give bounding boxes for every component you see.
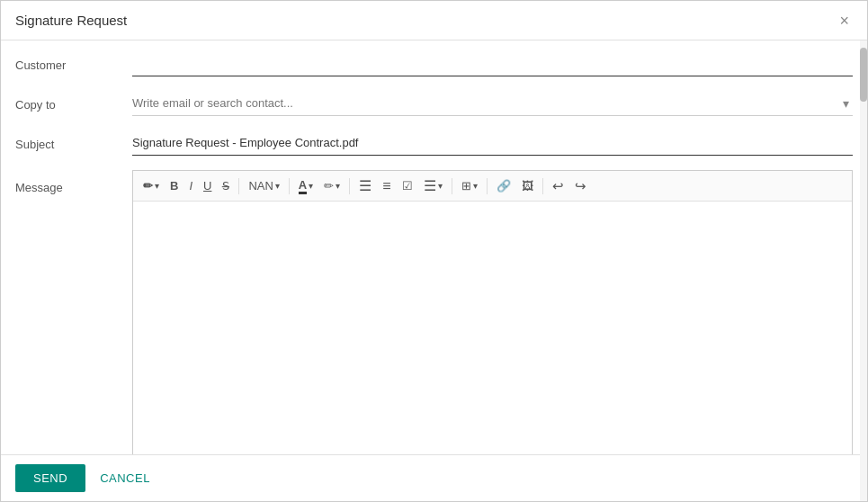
customer-input[interactable] [132,51,853,76]
pencil-button[interactable]: ✏ ▾ [139,176,164,195]
table-button[interactable]: ⊞ ▾ [457,176,482,195]
font-color-icon: A [299,178,307,194]
subject-input-wrap [132,130,853,156]
dialog-title: Signature Request [15,13,127,28]
cancel-button[interactable]: CANCEL [96,464,154,492]
copyto-row: Copy to ▾ [15,91,853,123]
toolbar-sep-4 [452,178,452,194]
message-row: Message ✏ ▾ B I [15,170,853,454]
highlight-button[interactable]: ✏ ▾ [319,176,345,195]
redo-button[interactable]: ↪ [570,175,591,197]
underline-icon: U [203,179,211,193]
image-icon: 🖼 [522,179,533,193]
send-button[interactable]: SEND [15,464,85,492]
underline-button[interactable]: U [199,176,216,195]
checklist-button[interactable]: ☑ [398,176,417,195]
redo-icon: ↪ [575,178,586,194]
dialog-header: Signature Request × [1,1,867,40]
highlight-dropdown-icon: ▾ [336,181,340,191]
subject-row: Subject [15,130,853,163]
link-button[interactable]: 🔗 [492,176,515,195]
toolbar-sep-1 [238,178,239,194]
align-icon: ☰ [424,177,436,194]
editor-toolbar: ✏ ▾ B I U S̶ [133,171,852,202]
highlight-icon: ✏ [324,179,334,193]
toolbar-sep-3 [349,178,350,194]
font-color-dropdown-icon: ▾ [309,181,313,191]
close-button[interactable]: × [836,11,853,31]
signature-request-dialog: Signature Request × Customer Copy to ▾ [0,0,868,502]
align-dropdown-icon: ▾ [438,181,443,191]
undo-icon: ↩ [552,178,564,194]
italic-button[interactable]: I [184,176,197,195]
form-area: Customer Copy to ▾ Subject [1,40,867,454]
align-button[interactable]: ☰ ▾ [419,175,447,197]
font-dropdown-icon: ▾ [275,181,280,191]
checklist-icon: ☑ [402,179,413,193]
toolbar-sep-2 [289,178,290,194]
strikethrough-button[interactable]: S̶ [218,176,234,195]
copyto-label: Copy to [15,91,132,112]
message-label: Message [15,170,132,194]
ordered-list-icon: ≡ [382,178,390,194]
subject-input[interactable] [132,130,853,156]
toolbar-sep-5 [487,178,488,194]
image-button[interactable]: 🖼 [517,176,538,195]
customer-input-wrap [132,51,853,76]
toolbar-sep-6 [542,178,543,194]
subject-label: Subject [15,130,132,151]
customer-row: Customer [15,51,853,84]
table-icon: ⊞ [461,179,471,193]
italic-icon: I [189,179,192,193]
bullet-list-icon: ☰ [359,177,371,194]
bullet-list-button[interactable]: ☰ [354,175,376,197]
strikethrough-icon: S̶ [222,179,229,193]
dialog-body: Customer Copy to ▾ Subject [1,40,867,501]
copyto-input[interactable] [132,91,853,116]
pencil-dropdown-icon: ▾ [155,181,159,191]
font-name-label: NAN [248,179,273,193]
pencil-icon: ✏ [143,179,153,193]
message-editor: ✏ ▾ B I U S̶ [132,170,853,454]
undo-button[interactable]: ↩ [548,175,568,197]
dialog-footer: SEND CANCEL [1,454,867,501]
bold-icon: B [170,179,178,193]
editor-content[interactable] [133,202,852,454]
font-name-button[interactable]: NAN ▾ [244,176,283,195]
customer-label: Customer [15,51,132,72]
copyto-input-wrap: ▾ [132,91,853,116]
table-dropdown-icon: ▾ [473,181,478,191]
bold-button[interactable]: B [166,176,183,195]
link-icon: 🔗 [497,179,511,193]
scrollbar-thumb[interactable] [860,48,867,102]
ordered-list-button[interactable]: ≡ [378,175,395,197]
scrollbar-track[interactable] [860,40,867,501]
font-color-button[interactable]: A ▾ [294,175,318,197]
